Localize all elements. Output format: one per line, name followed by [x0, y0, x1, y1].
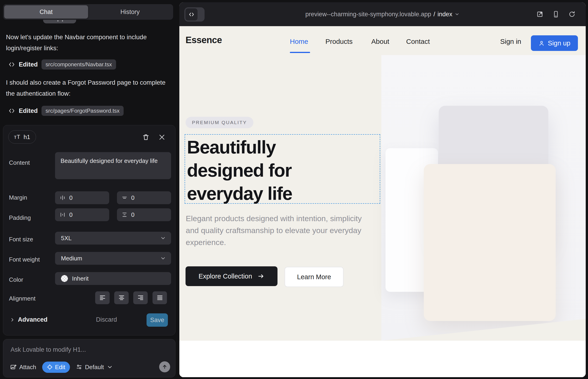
nav-link-products[interactable]: Products	[325, 38, 353, 46]
chevron-down-icon	[160, 255, 166, 261]
edit-label: Edit	[55, 364, 65, 371]
hero-heading-line: designed for	[187, 159, 292, 182]
padding-y-value: 0	[131, 211, 134, 218]
color-value: Inherit	[72, 275, 89, 282]
font-size-select[interactable]: 5XL	[55, 232, 171, 245]
tag-label: h1	[24, 134, 30, 141]
align-right-button[interactable]	[133, 291, 148, 304]
align-right-icon	[137, 294, 144, 301]
nav-link-about[interactable]: About	[371, 38, 389, 46]
margin-x-input[interactable]: 0	[55, 191, 109, 204]
margin-y-icon	[122, 195, 127, 201]
hero-badge: PREMIUM QUALITY	[186, 117, 253, 128]
url-page: index	[438, 11, 452, 18]
hero-heading-line: Beautifully	[187, 136, 292, 159]
preview-header: preview--charming-site-symphony.lovable.…	[179, 2, 586, 26]
decorative-card-beige	[424, 164, 556, 321]
margin-y-input[interactable]: 0	[117, 191, 171, 204]
cta-primary-label: Explore Collection	[199, 272, 252, 280]
model-default-select[interactable]: Default	[76, 364, 113, 371]
padding-y-icon	[122, 212, 127, 218]
align-center-button[interactable]	[114, 291, 129, 304]
alignment-label: Alignment	[9, 295, 35, 302]
padding-x-value: 0	[69, 211, 73, 218]
nav-active-underline	[290, 52, 310, 53]
url-domain: preview--charming-site-symphony.lovable.…	[306, 11, 431, 18]
content-input[interactable]: Beautifully designed for everyday life	[55, 152, 171, 179]
prompt-input[interactable]	[11, 346, 167, 353]
scrolled-chat-remnant	[43, 20, 76, 23]
discard-button[interactable]: Discard	[96, 316, 117, 323]
sliders-icon	[76, 364, 82, 370]
sign-up-button[interactable]: Sign up	[531, 35, 578, 51]
refresh-button[interactable]	[568, 11, 576, 18]
padding-x-icon	[60, 212, 66, 218]
prompt-toolbar: Attach Edit Default	[10, 361, 170, 373]
tab-history[interactable]: History	[88, 5, 172, 19]
edit-mode-button[interactable]: Edit	[42, 362, 70, 373]
save-button[interactable]: Save	[147, 313, 168, 327]
tab-chat[interactable]: Chat	[4, 5, 88, 19]
align-center-icon	[118, 294, 125, 301]
chevron-right-icon	[10, 317, 15, 323]
open-external-button[interactable]	[536, 11, 543, 18]
color-select[interactable]: Inherit	[55, 272, 171, 285]
advanced-toggle[interactable]: Advanced	[10, 316, 47, 323]
refresh-icon	[568, 11, 576, 18]
hero-heading-line: everyday life	[187, 182, 292, 205]
margin-x-value: 0	[69, 194, 73, 201]
learn-more-button[interactable]: Learn More	[285, 267, 343, 287]
preview-actions	[536, 2, 576, 26]
sign-up-label: Sign up	[548, 39, 570, 47]
sign-in-link[interactable]: Sign in	[500, 38, 521, 46]
code-icon	[8, 107, 15, 114]
align-left-button[interactable]	[95, 291, 110, 304]
chat-message: I should also create a Forgot Password p…	[6, 77, 170, 99]
arrow-right-icon	[258, 273, 264, 280]
align-justify-button[interactable]	[153, 291, 167, 304]
close-icon[interactable]	[158, 134, 166, 141]
trash-icon[interactable]	[142, 134, 150, 141]
padding-label: Padding	[9, 214, 31, 221]
send-button[interactable]	[159, 361, 170, 372]
margin-x-icon	[60, 195, 66, 201]
content-label: Content	[9, 159, 30, 166]
edited-label: Edited	[19, 61, 38, 68]
chat-message: Now let's update the Navbar component to…	[6, 32, 170, 54]
chevron-down-icon	[107, 364, 113, 370]
advanced-label: Advanced	[18, 316, 47, 323]
preview-window: preview--charming-site-symphony.lovable.…	[179, 2, 586, 377]
edited-file-row: Edited src/components/Navbar.tsx	[8, 59, 116, 70]
site-logo[interactable]: Essence	[186, 35, 222, 45]
edited-label: Edited	[19, 107, 38, 114]
external-link-icon	[536, 11, 543, 18]
type-icon: тT	[14, 134, 20, 140]
url-separator: /	[433, 11, 435, 18]
margin-y-value: 0	[131, 194, 134, 201]
color-label: Color	[9, 276, 23, 283]
hero-heading[interactable]: Beautifully designed for everyday life	[187, 136, 292, 205]
color-swatch	[61, 275, 68, 282]
font-weight-select[interactable]: Medium	[55, 252, 171, 265]
chat-sidebar: Chat History Now let's update the Navbar…	[0, 0, 178, 379]
font-weight-value: Medium	[61, 255, 82, 262]
attach-button[interactable]: Attach	[10, 364, 36, 371]
code-icon	[8, 61, 15, 68]
selected-element-tag[interactable]: тT h1	[8, 130, 36, 144]
chat-history-tabbar: Chat History	[3, 4, 173, 20]
send-arrow-icon	[162, 364, 167, 370]
chevron-down-icon	[160, 235, 166, 241]
attach-label: Attach	[19, 364, 36, 371]
user-icon	[539, 40, 545, 46]
padding-y-input[interactable]: 0	[117, 208, 171, 221]
padding-x-input[interactable]: 0	[55, 208, 109, 221]
chevron-down-icon	[454, 12, 460, 17]
edited-file-badge[interactable]: src/components/Navbar.tsx	[42, 59, 116, 69]
url-bar[interactable]: preview--charming-site-symphony.lovable.…	[179, 2, 586, 26]
edited-file-badge[interactable]: src/pages/ForgotPassword.tsx	[42, 106, 124, 116]
nav-link-contact[interactable]: Contact	[406, 38, 430, 46]
explore-collection-button[interactable]: Explore Collection	[186, 266, 278, 286]
mobile-view-button[interactable]	[552, 11, 559, 18]
nav-link-home[interactable]: Home	[290, 38, 308, 46]
default-label: Default	[85, 364, 104, 371]
